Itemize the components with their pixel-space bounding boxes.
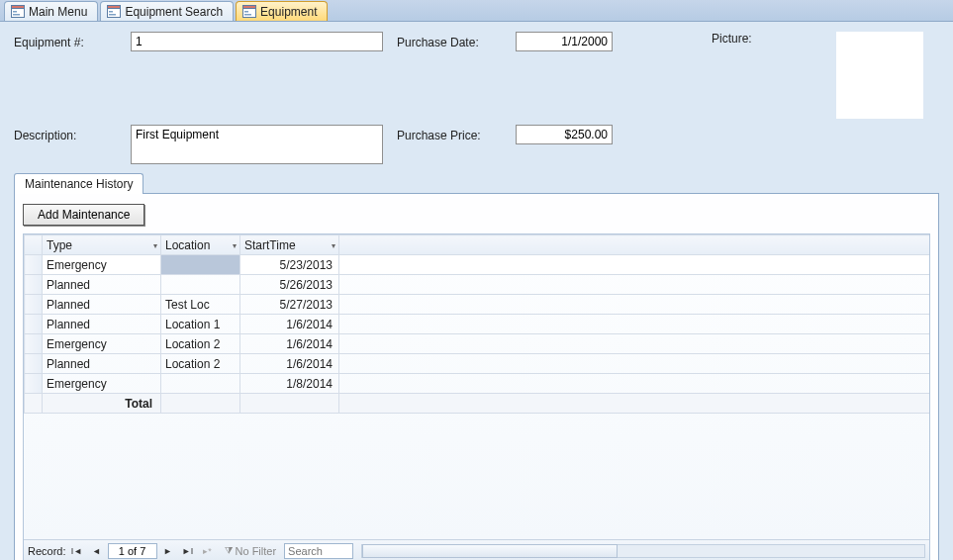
dropdown-icon[interactable]: ▾ xyxy=(153,240,157,249)
nav-next-icon[interactable]: ► xyxy=(159,543,177,559)
table-total-row: Total xyxy=(25,394,930,414)
purchase-price-label: Purchase Price: xyxy=(397,125,516,142)
tab-label: Equipment xyxy=(260,5,317,19)
table-row[interactable]: PlannedTest Loc5/27/2013 xyxy=(25,295,930,315)
column-header-type[interactable]: Type▾ xyxy=(43,235,161,255)
svg-rect-6 xyxy=(109,11,113,13)
row-selector[interactable] xyxy=(25,295,43,315)
equipment-number-field[interactable] xyxy=(131,32,383,51)
record-position-field[interactable] xyxy=(108,543,157,559)
tab-equipment-search[interactable]: Equipment Search xyxy=(100,1,234,21)
table-row[interactable]: Emergency1/8/2014 xyxy=(25,374,930,394)
cell-starttime[interactable]: 5/26/2013 xyxy=(240,275,339,295)
cell-type[interactable]: Planned xyxy=(43,295,161,315)
grid-search-input[interactable] xyxy=(284,543,353,559)
dropdown-icon[interactable]: ▾ xyxy=(233,240,237,249)
purchase-date-field[interactable] xyxy=(516,32,613,51)
cell-starttime[interactable]: 1/8/2014 xyxy=(240,374,339,394)
cell-location[interactable] xyxy=(161,255,240,275)
form-icon xyxy=(11,5,25,18)
row-selector[interactable] xyxy=(25,315,43,334)
row-selector xyxy=(25,394,43,414)
tab-equipment[interactable]: Equipment xyxy=(236,1,328,21)
cell-location[interactable] xyxy=(161,275,240,295)
tab-main-menu[interactable]: Main Menu xyxy=(4,1,98,21)
cell-empty xyxy=(161,394,240,414)
tab-label: Equipment Search xyxy=(125,5,223,19)
record-label: Record: xyxy=(28,545,66,557)
picture-label: Picture: xyxy=(712,32,828,46)
cell-starttime[interactable]: 5/23/2013 xyxy=(240,255,339,275)
cell-type[interactable]: Emergency xyxy=(43,255,161,275)
cell-filler xyxy=(339,394,930,414)
svg-rect-1 xyxy=(12,6,25,9)
select-all-corner[interactable] xyxy=(25,235,43,255)
column-header-label: Location xyxy=(165,238,210,252)
row-selector[interactable] xyxy=(25,275,43,295)
cell-filler xyxy=(339,275,930,295)
maintenance-grid: Type▾ Location▾ StartTime▾ Emergency5/23… xyxy=(23,233,930,560)
nav-last-icon[interactable]: ►I xyxy=(179,543,197,559)
row-selector[interactable] xyxy=(25,255,43,275)
no-filter-label: No Filter xyxy=(236,545,277,557)
row-selector[interactable] xyxy=(25,334,43,354)
purchase-date-label: Purchase Date: xyxy=(397,32,516,49)
svg-rect-2 xyxy=(13,11,17,13)
no-filter-indicator[interactable]: ⧩ No Filter xyxy=(225,545,277,557)
total-label: Total xyxy=(43,394,161,414)
description-label: Description: xyxy=(14,125,131,142)
nav-prev-icon[interactable]: ◄ xyxy=(88,543,106,559)
column-filler xyxy=(339,235,930,255)
nav-first-icon[interactable]: I◄ xyxy=(68,543,86,559)
grid-scroll-area[interactable]: Type▾ Location▾ StartTime▾ Emergency5/23… xyxy=(24,234,929,539)
tab-maintenance-history[interactable]: Maintenance History xyxy=(14,173,143,194)
nav-new-icon[interactable]: ▸* xyxy=(199,543,217,559)
table-row[interactable]: PlannedLocation 11/6/2014 xyxy=(25,315,930,334)
form-icon xyxy=(107,5,121,18)
cell-type[interactable]: Emergency xyxy=(43,374,161,394)
cell-filler xyxy=(339,255,930,275)
cell-filler xyxy=(339,295,930,315)
cell-location[interactable]: Location 2 xyxy=(161,354,240,374)
picture-box[interactable] xyxy=(836,32,923,119)
row-selector[interactable] xyxy=(25,354,43,374)
svg-rect-9 xyxy=(243,6,256,9)
cell-location[interactable]: Location 1 xyxy=(161,315,240,334)
column-header-starttime[interactable]: StartTime▾ xyxy=(240,235,339,255)
cell-starttime[interactable]: 1/6/2014 xyxy=(240,354,339,374)
cell-type[interactable]: Planned xyxy=(43,354,161,374)
cell-starttime[interactable]: 5/27/2013 xyxy=(240,295,339,315)
cell-empty xyxy=(240,394,339,414)
record-navigator: Record: I◄ ◄ ► ►I ▸* ⧩ No Filter xyxy=(24,539,929,560)
table-row[interactable]: EmergencyLocation 21/6/2014 xyxy=(25,334,930,354)
cell-type[interactable]: Emergency xyxy=(43,334,161,354)
equipment-form: Equipment #: Purchase Date: Picture: Des… xyxy=(0,22,953,168)
cell-location[interactable]: Location 2 xyxy=(161,334,240,354)
cell-type[interactable]: Planned xyxy=(43,315,161,334)
svg-rect-3 xyxy=(13,14,20,16)
add-maintenance-button[interactable]: Add Maintenance xyxy=(23,204,144,226)
form-icon xyxy=(242,5,256,18)
filter-icon: ⧩ xyxy=(225,545,233,557)
table-row[interactable]: PlannedLocation 21/6/2014 xyxy=(25,354,930,374)
tab-label: Main Menu xyxy=(29,5,87,19)
svg-rect-11 xyxy=(244,14,251,16)
cell-starttime[interactable]: 1/6/2014 xyxy=(240,334,339,354)
cell-location[interactable]: Test Loc xyxy=(161,295,240,315)
maintenance-history-panel: Add Maintenance Type▾ Location▾ StartTim… xyxy=(14,193,939,560)
column-header-location[interactable]: Location▾ xyxy=(161,235,240,255)
cell-type[interactable]: Planned xyxy=(43,275,161,295)
purchase-price-field[interactable] xyxy=(516,125,613,144)
description-field[interactable] xyxy=(131,125,383,164)
cell-location[interactable] xyxy=(161,374,240,394)
cell-filler xyxy=(339,354,930,374)
table-row[interactable]: Planned5/26/2013 xyxy=(25,275,930,295)
cell-starttime[interactable]: 1/6/2014 xyxy=(240,315,339,334)
row-selector[interactable] xyxy=(25,374,43,394)
cell-filler xyxy=(339,334,930,354)
table-row[interactable]: Emergency5/23/2013 xyxy=(25,255,930,275)
horizontal-scrollbar[interactable] xyxy=(361,544,925,558)
dropdown-icon[interactable]: ▾ xyxy=(332,240,335,249)
svg-rect-10 xyxy=(244,11,248,13)
cell-filler xyxy=(339,315,930,334)
